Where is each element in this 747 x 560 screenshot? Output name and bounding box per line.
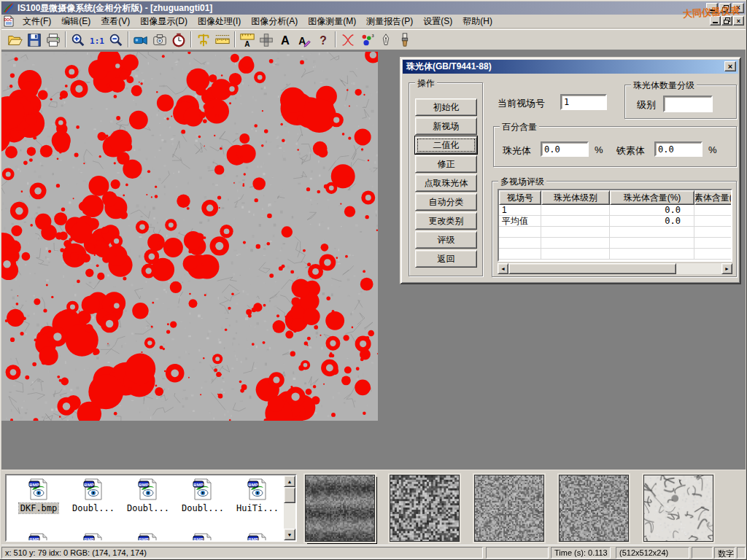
file-item-Doubl...[interactable]: BMP Doubl... [69, 478, 118, 513]
bmp-file-icon: BMP [247, 492, 268, 502]
scroll-down-button[interactable]: ▼ [284, 529, 295, 540]
file-list-scrollbar[interactable]: ▲ ▼ [284, 475, 295, 540]
child-restore-button[interactable] [721, 16, 732, 26]
metallograph-image[interactable] [1, 52, 378, 421]
thumbnail-3[interactable] [474, 475, 544, 542]
file-item-Doubl...[interactable]: BMP Doubl... [178, 478, 228, 513]
thumbnail-5[interactable] [643, 475, 713, 542]
table-row-4[interactable] [499, 238, 731, 249]
close-button[interactable]: × [732, 3, 744, 13]
svg-text:1:1: 1:1 [90, 36, 104, 45]
menu-设置(S)[interactable]: 设置(S) [418, 15, 457, 28]
svg-text:BMP: BMP [29, 537, 39, 542]
pearlite-percent-input[interactable] [541, 141, 589, 157]
actual-size-icon[interactable]: 1:1 [88, 31, 107, 49]
ruler-icon[interactable] [213, 31, 232, 49]
svg-text:A: A [244, 40, 250, 48]
table-row-3[interactable] [499, 227, 731, 238]
child-close-button[interactable]: × [733, 16, 744, 26]
file-label: HuiTi... [235, 503, 280, 513]
scrollbar-thumb[interactable] [284, 487, 295, 503]
scroll-up-button[interactable]: ▲ [284, 475, 295, 487]
document-icon[interactable]: DOC [3, 15, 15, 27]
caliper-icon[interactable] [194, 31, 213, 49]
text-label-icon[interactable]: A [276, 31, 295, 49]
menu-文件(F)[interactable]: 文件(F) [18, 15, 56, 28]
menu-编辑(E)[interactable]: 编辑(E) [56, 15, 96, 28]
thumbnail-1[interactable] [305, 475, 375, 542]
classify-points-icon[interactable]: 3 [357, 31, 376, 49]
dialog-close-button[interactable]: × [724, 61, 736, 71]
file-item-clipped[interactable]: BMP [69, 533, 118, 542]
bmp-file-icon: BMP [82, 492, 104, 502]
table-header-4[interactable]: 铁素体含量(%) [694, 190, 732, 205]
file-item-Doubl...[interactable]: BMP Doubl... [123, 478, 173, 513]
grade-input[interactable] [663, 96, 713, 112]
video-capture-icon[interactable] [131, 31, 150, 49]
ferrite-percent-input[interactable] [654, 141, 703, 157]
camera-capture-icon[interactable] [150, 31, 169, 49]
toolbar-separator [335, 31, 336, 47]
table-row-2[interactable]: 平均值0.0 [499, 216, 731, 227]
table-row-5[interactable] [499, 249, 731, 260]
dialog-button-二值化[interactable]: 二值化 [415, 136, 477, 154]
measure-text-icon[interactable]: A [238, 31, 257, 49]
table-horizontal-scrollbar[interactable]: ◄ ► [498, 263, 732, 274]
table-header-1[interactable]: 视场号 [499, 190, 541, 205]
dialog-button-新视场[interactable]: 新视场 [415, 117, 477, 135]
dialog-button-返回[interactable]: 返回 [415, 250, 477, 268]
table-header-3[interactable]: 珠光体含量(%) [610, 190, 694, 205]
thumbnail-4[interactable] [559, 475, 629, 542]
child-minimize-button[interactable] [710, 16, 721, 26]
menu-图像测量(M)[interactable]: 图像测量(M) [303, 15, 361, 28]
restore-button[interactable] [719, 3, 731, 13]
file-item-clipped[interactable]: BMP [123, 533, 173, 542]
operations-group-label: 操作 [415, 77, 437, 90]
print-icon[interactable] [44, 31, 63, 49]
dialog-button-评级[interactable]: 评级 [415, 231, 477, 249]
menu-图像处理(I)[interactable]: 图像处理(I) [193, 15, 246, 28]
table-cell [499, 227, 541, 238]
svg-text:BMP: BMP [248, 483, 258, 487]
pen-tool-icon[interactable] [376, 31, 395, 49]
annotate-icon[interactable]: A [295, 31, 314, 49]
minimize-button[interactable] [706, 3, 718, 13]
dialog-button-修正[interactable]: 修正 [415, 155, 477, 173]
thumbnail-2[interactable] [390, 475, 460, 542]
file-item-DKF.bmp[interactable]: BMP DKF.bmp [14, 478, 63, 513]
dialog-button-点取珠光体[interactable]: 点取珠光体 [415, 174, 477, 192]
menu-图像分析(A)[interactable]: 图像分析(A) [246, 15, 303, 28]
menu-测量报告(P)[interactable]: 测量报告(P) [361, 15, 418, 28]
brush-tool-icon[interactable] [395, 31, 414, 49]
dialog-button-更改类别[interactable]: 更改类别 [415, 212, 477, 230]
save-icon[interactable] [25, 31, 44, 49]
menu-图像显示(D)[interactable]: 图像显示(D) [135, 15, 193, 28]
svg-text:DOC: DOC [4, 18, 12, 22]
dialog-button-初始化[interactable]: 初始化 [415, 98, 477, 116]
curve-select-icon[interactable] [338, 31, 357, 49]
dialog-title: 珠光体(GB/T9441-88) [406, 61, 492, 73]
status-panel-empty [486, 547, 549, 559]
scroll-right-button[interactable]: ► [721, 263, 732, 274]
dialog-title-bar[interactable]: 珠光体(GB/T9441-88) [403, 60, 738, 74]
menu-帮助(H)[interactable]: 帮助(H) [457, 15, 498, 28]
file-item-clipped[interactable]: BMP [233, 533, 282, 542]
zoom-in-icon[interactable] [69, 31, 88, 49]
timer-icon[interactable] [169, 31, 188, 49]
file-item-clipped[interactable]: BMP [178, 533, 228, 542]
file-item-clipped[interactable]: BMP [14, 533, 63, 542]
zoom-out-icon[interactable] [107, 31, 125, 49]
dialog-button-自动分类[interactable]: 自动分类 [415, 193, 477, 211]
help-icon[interactable]: ? [314, 31, 333, 49]
table-header-2[interactable]: 珠光体级别 [541, 190, 610, 205]
scrollbar-thumb[interactable] [508, 263, 676, 274]
open-file-icon[interactable] [6, 31, 25, 49]
table-header-row: 视场号珠光体级别珠光体含量(%)铁素体含量(%) [499, 190, 731, 205]
menu-查看(V)[interactable]: 查看(V) [96, 15, 135, 28]
scroll-left-button[interactable]: ◄ [498, 263, 508, 274]
file-item-HuiTi...[interactable]: BMP HuiTi... [233, 478, 282, 513]
current-field-input[interactable] [560, 94, 607, 110]
table-row-1[interactable]: 10.0 [499, 205, 731, 216]
grid-tool-icon[interactable] [257, 31, 276, 49]
operations-group: 操作 初始化新视场二值化修正点取珠光体自动分类更改类别评级返回 [409, 82, 483, 276]
